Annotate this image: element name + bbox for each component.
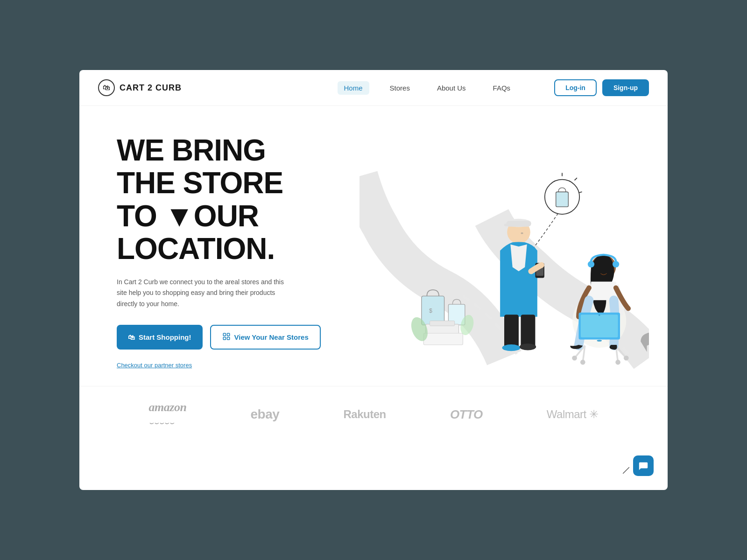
signup-button[interactable]: Sign-up (602, 79, 649, 96)
svg-marker-45 (623, 467, 629, 474)
svg-point-35 (615, 360, 620, 365)
svg-rect-23 (521, 315, 535, 348)
headline-line1: WE BRING (117, 133, 266, 167)
hero-buttons: 🛍 Start Shopping! View Your Near Stores (117, 325, 359, 350)
headline-line3: TO ▼OUR (117, 199, 259, 233)
chat-button[interactable] (633, 455, 654, 476)
browser-window: 🛍 CART 2 CURB Home Stores About Us FAQs … (79, 70, 668, 490)
svg-rect-3 (227, 337, 229, 339)
location-pin (622, 466, 630, 477)
svg-point-34 (572, 356, 577, 361)
nav-link-stores[interactable]: Stores (383, 81, 416, 95)
svg-rect-22 (504, 315, 519, 348)
headline-line4: LOCATION. (117, 232, 275, 266)
nav-link-home[interactable]: Home (338, 81, 369, 95)
partner-ebay: ebay (251, 407, 280, 422)
svg-point-38 (588, 261, 594, 267)
nav-links: Home Stores About Us FAQs (338, 81, 517, 95)
svg-point-25 (520, 343, 536, 350)
partners-section: amazon⌣⌣⌣⌣⌣ ebay Rakuten OTTO Walmart ✳ (79, 386, 668, 442)
svg-rect-20 (504, 224, 508, 226)
svg-rect-8 (430, 321, 455, 326)
headline-line2: THE STORE (117, 166, 283, 200)
hero-section: WE BRING THE STORE TO ▼OUR LOCATION. In … (79, 106, 668, 386)
logo-icon: 🛍 (98, 79, 115, 96)
svg-rect-0 (223, 333, 226, 336)
svg-rect-2 (223, 337, 226, 339)
partner-walmart: Walmart ✳ (547, 408, 599, 421)
svg-rect-13 (556, 192, 569, 207)
logo-text: CART 2 CURB (120, 83, 182, 93)
svg-line-15 (575, 178, 577, 180)
start-shopping-button[interactable]: 🛍 Start Shopping! (117, 325, 203, 350)
svg-point-36 (624, 356, 629, 361)
svg-rect-19 (506, 221, 531, 226)
navbar: 🛍 CART 2 CURB Home Stores About Us FAQs … (79, 70, 668, 106)
nav-link-about[interactable]: About Us (430, 81, 472, 95)
login-button[interactable]: Log-in (554, 79, 597, 96)
svg-point-21 (521, 232, 523, 234)
location-icon (222, 332, 231, 342)
hero-illustration: $ (359, 125, 649, 377)
nav-buttons: Log-in Sign-up (554, 79, 649, 96)
partner-amazon: amazon⌣⌣⌣⌣⌣ (149, 400, 187, 428)
hero-left: WE BRING THE STORE TO ▼OUR LOCATION. In … (117, 125, 359, 377)
svg-text:$: $ (429, 308, 432, 314)
view-stores-button[interactable]: View Your Near Stores (210, 325, 321, 350)
svg-rect-9 (423, 333, 463, 345)
svg-rect-42 (581, 315, 618, 337)
shopping-bag-icon: 🛍 (128, 333, 135, 341)
hero-description: In Cart 2 Curb we connect you to the are… (117, 277, 285, 310)
partner-stores-link[interactable]: Checkout our partner stores (117, 362, 192, 369)
partner-rakuten: Rakuten (344, 408, 386, 421)
svg-point-24 (502, 344, 521, 351)
svg-point-39 (613, 261, 619, 267)
nav-link-faqs[interactable]: FAQs (486, 81, 517, 95)
partner-otto: OTTO (450, 407, 483, 422)
logo-area: 🛍 CART 2 CURB (98, 79, 182, 96)
svg-point-33 (580, 360, 585, 365)
svg-point-43 (597, 340, 602, 342)
hero-headline: WE BRING THE STORE TO ▼OUR LOCATION. (117, 134, 359, 266)
svg-rect-1 (227, 333, 229, 336)
svg-point-44 (599, 314, 600, 316)
